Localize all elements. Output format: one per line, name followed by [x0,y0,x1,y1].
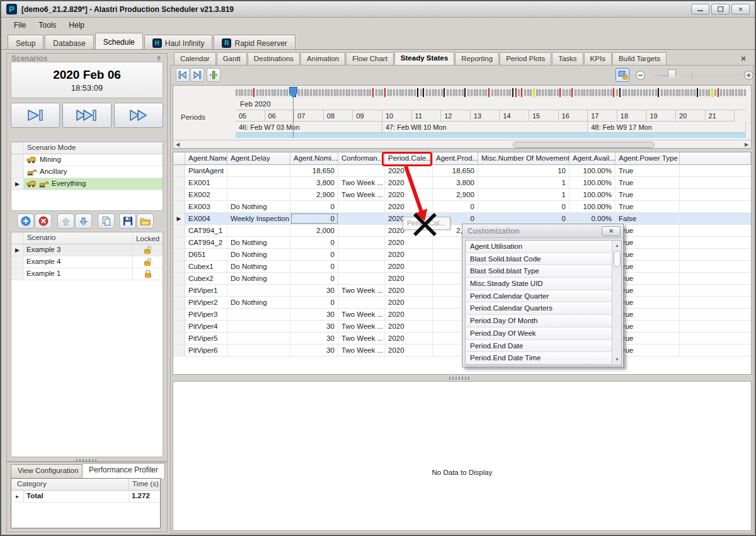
grid-cell[interactable]: False [616,213,680,224]
tab-view-configuration[interactable]: View Configuration [11,464,85,478]
grid-cell[interactable] [338,249,385,260]
grid-cell[interactable]: 0 [290,297,338,308]
customization-close-button[interactable]: ✕ [602,226,621,236]
timeline-day[interactable]: 13 [471,110,500,122]
grid-cell[interactable]: PitViper3 [185,309,227,320]
customization-field[interactable]: Period.End Date [466,340,612,353]
grid-cell[interactable]: 2020 [385,309,433,320]
app-tab-rapid-reserver[interactable]: RRapid Reserver [214,35,295,49]
customization-field[interactable]: Blast Solid.blast Code [466,253,612,266]
grid-row-ex003[interactable]: EX003Do Nothing0202000100.00%True [173,201,751,213]
zoom-out-button[interactable] [636,71,645,80]
scroll-left-icon[interactable]: ◀ [175,142,181,148]
timeline-day[interactable]: 18 [617,110,647,122]
grid-cell[interactable]: 2020 [385,261,433,272]
scroll-down-icon[interactable]: ▼ [613,355,621,364]
column-header-agent-avail-[interactable]: Agent.Avail... [570,152,616,165]
grid-cell[interactable]: Weekly Inspection [227,213,290,224]
grid-cell[interactable]: Two Week ... [338,309,385,320]
scroll-right-icon[interactable]: ▶ [743,142,750,148]
grid-cell[interactable]: True [616,165,680,176]
delete-scenario-button[interactable] [35,214,52,229]
grid-cell[interactable]: 0 [478,201,570,212]
grid-cell[interactable]: 30 [290,321,338,332]
grid-cell[interactable]: 0 [290,273,338,284]
grid-cell[interactable] [338,225,385,236]
menu-item-tools[interactable]: Tools [32,20,62,31]
lock-open-icon[interactable] [144,246,152,254]
column-header-agent-power-type[interactable]: Agent.Power Type [616,152,680,165]
grid-cell[interactable]: True [616,345,680,356]
grid-cell[interactable]: 2020 [385,177,433,188]
timeline-day[interactable]: 20 [676,110,706,122]
grid-cell[interactable] [227,177,290,188]
maximize-button[interactable] [711,4,730,14]
tab-period-plots[interactable]: Period Plots [500,52,551,65]
tab-gantt[interactable]: Gantt [217,52,247,65]
grid-cell[interactable]: Two Week ... [338,345,385,356]
grid-cell[interactable]: Two Week ... [338,321,385,332]
customization-field[interactable]: Agent.Utilisation [466,241,612,253]
grid-cell[interactable]: 0 [478,213,570,224]
grid-cell[interactable]: 30 [290,285,338,296]
step-forward-button[interactable] [11,103,60,128]
grid-cell[interactable]: CAT994_2 [185,237,227,248]
tab-calendar[interactable]: Calendar [174,52,216,65]
grid-cell[interactable]: PitViper5 [185,333,227,344]
scenario-row[interactable]: Example 4 [11,256,163,268]
grid-cell[interactable]: EX004 [185,213,227,224]
customization-field[interactable]: Period.Calendar Quarter [466,290,612,303]
customization-field[interactable]: Period.Calendar Quarters [466,302,612,315]
scenario-row[interactable]: Example 1 [11,268,163,280]
grid-cell[interactable]: True [616,201,680,212]
grid-cell[interactable]: 2,900 [290,189,338,200]
customization-field[interactable]: Blast Solid.blast Type [466,265,612,278]
grid-cell[interactable]: 2020 [385,333,433,344]
menu-item-help[interactable]: Help [62,20,91,31]
grid-cell[interactable]: PitViper2 [185,297,227,308]
grid-cell[interactable]: CAT994_1 [185,225,227,236]
fast-forward-button[interactable] [114,103,163,128]
grid-cell[interactable] [227,345,290,356]
splitter-grip[interactable] [449,377,471,380]
add-scenario-button[interactable] [17,214,34,229]
grid-cell[interactable]: 30 [290,345,338,356]
grid-cell[interactable] [338,201,385,212]
grid-cell[interactable]: 2020 [385,285,433,296]
column-header-agent-prod-[interactable]: Agent.Prod... [433,152,478,165]
tab-flow-chart[interactable]: Flow Chart [346,52,394,65]
grid-cell[interactable]: 30 [290,333,338,344]
lock-cell[interactable] [132,268,163,280]
grid-cell[interactable]: PitViper4 [185,321,227,332]
grid-cell[interactable]: Two Week ... [338,189,385,200]
tab-animation[interactable]: Animation [301,52,345,65]
zoom-in-button[interactable] [744,71,753,80]
workspace-close-icon[interactable]: ✕ [738,54,748,64]
app-tab-database[interactable]: Database [45,35,93,49]
save-scenario-button[interactable] [119,214,136,229]
grid-cell[interactable]: 30 [290,309,338,320]
grid-cell[interactable]: 1 [478,177,570,188]
grid-cell[interactable]: 2020 [385,321,433,332]
grid-cell[interactable]: Cubex1 [185,261,227,272]
grid-cell[interactable]: 100.00% [570,201,616,212]
lock-open-icon[interactable] [144,258,152,266]
tab-destinations[interactable]: Destinations [248,52,300,65]
customization-field[interactable]: Period.Day Of Month [466,315,612,328]
open-scenario-button[interactable] [137,214,154,229]
grid-row-plantagent[interactable]: PlantAgent18,650202018,65010100.00%True [173,165,751,177]
tab-kpis[interactable]: KPIs [584,52,612,65]
grid-cell[interactable]: True [616,321,680,332]
grid-cell[interactable]: 2020 [385,165,433,176]
category-column-header[interactable]: Category [11,479,129,490]
column-header-agent-delay[interactable]: Agent.Delay [227,152,290,165]
scenario-mode-row[interactable]: Ancillary [11,166,163,178]
grid-cell[interactable]: PitViper1 [185,285,227,296]
center-on-period-button[interactable] [207,68,220,82]
grid-cell[interactable]: True [616,309,680,320]
column-header-conforman-[interactable]: Conforman... [338,152,385,165]
zoom-slider-track[interactable] [648,75,743,76]
timeline-scrollbar[interactable]: ◀ ▶ [173,140,751,149]
grid-cell[interactable]: 18,650 [433,165,478,176]
customization-scrollbar[interactable]: ▲ ▼ [612,241,621,365]
